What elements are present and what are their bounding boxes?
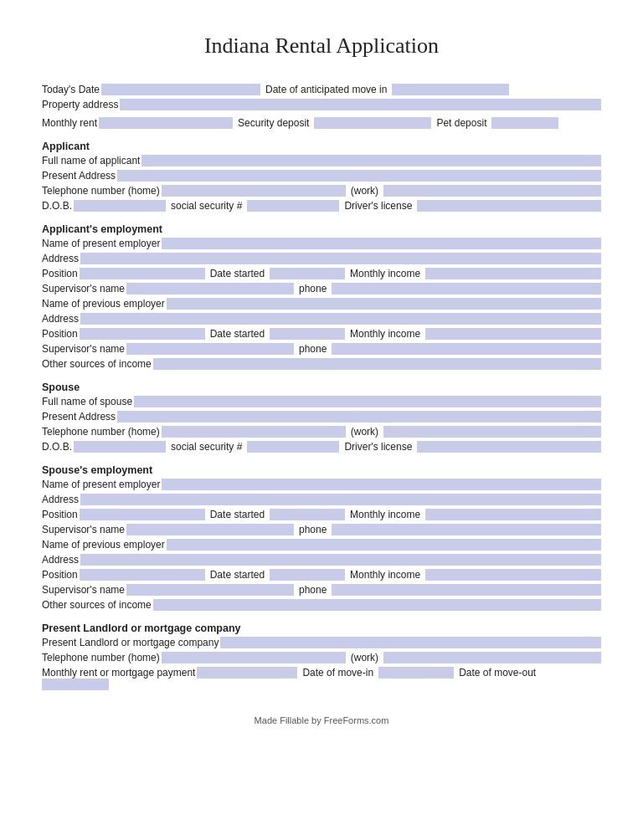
- landlord-phone-field[interactable]: [162, 652, 346, 663]
- security-deposit-label: Security deposit: [238, 117, 309, 129]
- rent-row: Monthly rent Security deposit Pet deposi…: [42, 117, 601, 129]
- ae-date-started-field[interactable]: [270, 268, 345, 279]
- spouse-ssn-field[interactable]: [247, 441, 339, 453]
- spouse-phone-row: Telephone number (home) (work): [42, 426, 601, 438]
- security-deposit-field[interactable]: [314, 117, 431, 129]
- ae-other-income-field[interactable]: [153, 358, 601, 370]
- se-phone2-label: phone: [299, 584, 327, 596]
- property-address-field[interactable]: [120, 99, 601, 110]
- se-date-started-label: Date started: [210, 509, 265, 520]
- spouse-dob-label: D.O.B.: [42, 441, 72, 453]
- landlord-name-row: Present Landlord or mortgage company: [42, 637, 601, 648]
- property-address-label: Property address: [42, 99, 118, 110]
- se-prev-employer-label: Name of previous employer: [42, 539, 165, 551]
- monthly-rent-field[interactable]: [99, 117, 233, 129]
- ae-employer-label: Name of present employer: [42, 238, 160, 249]
- se-address-field[interactable]: [80, 494, 601, 505]
- se-phone2-field[interactable]: [332, 584, 601, 596]
- ae-supervisor2-row: Supervisor's name phone: [42, 343, 601, 355]
- ae-supervisor-row: Supervisor's name phone: [42, 283, 601, 295]
- spouse-ssn-label: social security #: [171, 441, 242, 453]
- todays-date-field[interactable]: [101, 84, 260, 95]
- ae-date-started-label: Date started: [210, 268, 265, 279]
- ae-position2-row: Position Date started Monthly income: [42, 328, 601, 340]
- se-date-started-field[interactable]: [270, 509, 345, 520]
- ae-address-label: Address: [42, 253, 79, 264]
- spouse-name-row: Full name of spouse: [42, 396, 601, 407]
- spouse-dl-field[interactable]: [417, 441, 601, 453]
- ae-phone2-label: phone: [299, 343, 327, 355]
- ae-address2-field[interactable]: [80, 313, 601, 325]
- ae-prev-employer-field[interactable]: [167, 298, 601, 310]
- applicant-phone-label: Telephone number (home): [42, 185, 160, 197]
- se-supervisor2-row: Supervisor's name phone: [42, 584, 601, 596]
- ae-monthly-income2-field[interactable]: [425, 328, 601, 340]
- ae-prev-employer-label: Name of previous employer: [42, 298, 165, 310]
- se-phone-field[interactable]: [332, 524, 601, 535]
- se-other-income-label: Other sources of income: [42, 599, 152, 611]
- se-monthly-income-label: Monthly income: [350, 509, 420, 520]
- applicant-ssn-label: social security #: [171, 200, 242, 212]
- pet-deposit-label: Pet deposit: [436, 117, 486, 129]
- se-address2-label: Address: [42, 554, 79, 566]
- applicant-work-label: (work): [351, 185, 378, 197]
- spouse-name-field[interactable]: [134, 396, 601, 407]
- se-employer-field[interactable]: [162, 479, 601, 490]
- todays-date-row: Today's Date Date of anticipated move in: [42, 84, 601, 95]
- se-address-label: Address: [42, 494, 79, 505]
- applicant-phone-field[interactable]: [162, 185, 346, 197]
- se-prev-employer-row: Name of previous employer: [42, 539, 601, 551]
- se-supervisor-field[interactable]: [126, 524, 294, 535]
- ae-monthly-income2-label: Monthly income: [350, 328, 420, 340]
- ae-supervisor-field[interactable]: [126, 283, 294, 295]
- landlord-rent-row: Monthly rent or mortgage payment Date of…: [42, 667, 601, 690]
- applicant-ssn-field[interactable]: [247, 200, 339, 212]
- ae-supervisor2-field[interactable]: [126, 343, 294, 355]
- landlord-work-field[interactable]: [383, 652, 601, 663]
- se-monthly-income-field[interactable]: [425, 509, 601, 520]
- applicant-work-field[interactable]: [383, 185, 601, 197]
- se-supervisor-row: Supervisor's name phone: [42, 524, 601, 535]
- se-employer-label: Name of present employer: [42, 479, 160, 490]
- ae-position2-field[interactable]: [80, 328, 205, 340]
- ae-date-started2-field[interactable]: [270, 328, 345, 340]
- se-position2-field[interactable]: [80, 569, 205, 581]
- landlord-move-out-field[interactable]: [42, 679, 109, 690]
- spouse-address-field[interactable]: [117, 411, 601, 423]
- se-monthly-income2-field[interactable]: [425, 569, 601, 581]
- landlord-rent-field[interactable]: [197, 667, 297, 679]
- se-address2-row: Address: [42, 554, 601, 566]
- applicant-name-field[interactable]: [141, 155, 601, 166]
- spouse-address-label: Present Address: [42, 411, 116, 423]
- applicant-dob-field[interactable]: [74, 200, 166, 212]
- spouse-dob-field[interactable]: [74, 441, 166, 453]
- ae-phone-field[interactable]: [332, 283, 601, 295]
- landlord-name-field[interactable]: [220, 637, 601, 648]
- se-prev-employer-field[interactable]: [167, 539, 601, 551]
- ae-other-income-row: Other sources of income: [42, 358, 601, 370]
- se-other-income-field[interactable]: [153, 599, 601, 611]
- spouse-work-field[interactable]: [383, 426, 601, 438]
- se-date-started2-field[interactable]: [270, 569, 345, 581]
- landlord-move-in-field[interactable]: [378, 667, 454, 679]
- se-position-field[interactable]: [80, 509, 205, 520]
- applicant-address-field[interactable]: [117, 170, 601, 182]
- spouse-phone-field[interactable]: [162, 426, 346, 438]
- se-supervisor2-field[interactable]: [126, 584, 294, 596]
- ae-position-field[interactable]: [80, 268, 205, 279]
- se-position-row: Position Date started Monthly income: [42, 509, 601, 520]
- applicant-dl-field[interactable]: [417, 200, 601, 212]
- ae-employer-field[interactable]: [162, 238, 601, 249]
- pet-deposit-field[interactable]: [491, 117, 558, 129]
- se-employer-row: Name of present employer: [42, 479, 601, 490]
- se-address2-field[interactable]: [80, 554, 601, 566]
- landlord-move-in-label: Date of move-in: [302, 667, 373, 679]
- ae-phone2-field[interactable]: [332, 343, 601, 355]
- date-anticipated-field[interactable]: [392, 84, 509, 95]
- se-position-label: Position: [42, 509, 78, 520]
- page-title: Indiana Rental Application: [42, 33, 601, 59]
- ae-monthly-income-field[interactable]: [425, 268, 601, 279]
- ae-address-field[interactable]: [80, 253, 601, 264]
- ae-address2-row: Address: [42, 313, 601, 325]
- se-supervisor2-label: Supervisor's name: [42, 584, 125, 596]
